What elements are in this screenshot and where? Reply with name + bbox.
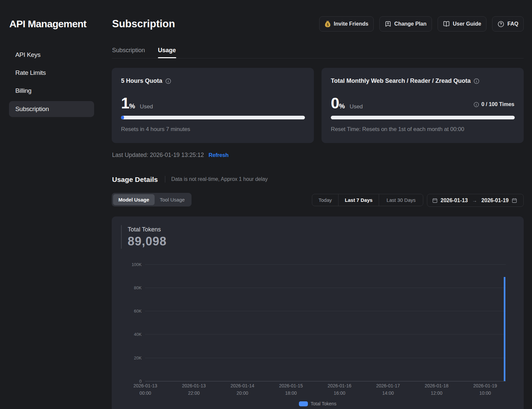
svg-text:80K: 80K [134, 285, 142, 290]
svg-text:2026-01-1322:00: 2026-01-1322:00 [182, 383, 206, 396]
svg-text:2026-01-1518:00: 2026-01-1518:00 [279, 383, 303, 396]
svg-text:20K: 20K [134, 355, 142, 360]
svg-text:100K: 100K [132, 262, 142, 267]
svg-text:2026-01-1300:00: 2026-01-1300:00 [133, 383, 157, 396]
svg-text:2026-01-1714:00: 2026-01-1714:00 [376, 383, 400, 396]
svg-text:$: $ [327, 22, 329, 27]
svg-text:40K: 40K [134, 332, 142, 337]
svg-text:2026-01-1616:00: 2026-01-1616:00 [328, 383, 351, 396]
svg-text:2026-01-1910:00: 2026-01-1910:00 [473, 383, 497, 396]
svg-text:2026-01-1420:00: 2026-01-1420:00 [230, 383, 254, 396]
svg-text:60K: 60K [134, 309, 142, 314]
svg-text:2026-01-1812:00: 2026-01-1812:00 [425, 383, 449, 396]
